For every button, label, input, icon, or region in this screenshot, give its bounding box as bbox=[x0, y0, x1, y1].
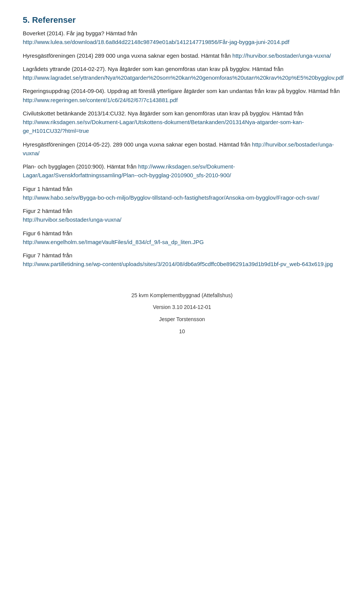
fig6-label: Figur 6 hämtad från bbox=[23, 230, 72, 236]
reference-2: Hyresgästföreningen (2014) 289 000 unga … bbox=[23, 51, 341, 60]
footer: 25 kvm Komplementbyggnad (Attefallshus) … bbox=[23, 292, 341, 336]
reference-1: Boverket (2014). Får jag bygga? Hämtad f… bbox=[23, 29, 341, 47]
fig1-link[interactable]: http://www.habo.se/sv/Bygga-bo-och-miljo… bbox=[23, 194, 319, 201]
fig7-label: Figur 7 hämtad från bbox=[23, 252, 72, 258]
footer-line3: Jesper Torstensson bbox=[23, 315, 341, 324]
figure-2-ref: Figur 2 hämtad från http://hurvibor.se/b… bbox=[23, 206, 341, 224]
fig1-label: Figur 1 hämtad från bbox=[23, 186, 72, 192]
section-number: 5. bbox=[23, 15, 30, 25]
ref3-link[interactable]: http://www.lagradet.se/yttranden/Nya%20a… bbox=[23, 74, 344, 81]
ref1-text-before: Boverket (2014). Får jag bygga? Hämtad f… bbox=[23, 30, 137, 36]
ref4-text-before: Regeringsuppdrag (2014-09-04). Uppdrag a… bbox=[23, 88, 340, 94]
references-section: Boverket (2014). Får jag bygga? Hämtad f… bbox=[23, 29, 341, 180]
ref5-link[interactable]: http://www.riksdagen.se/sv/Dokument-Laga… bbox=[23, 119, 304, 134]
ref7-text-before: Plan- och bygglagen (2010:900). Hämtat f… bbox=[23, 163, 138, 170]
ref4-link[interactable]: http://www.regeringen.se/content/1/c6/24… bbox=[23, 97, 178, 103]
figures-section: Figur 1 hämtad från http://www.habo.se/s… bbox=[23, 184, 341, 269]
reference-4: Regeringsuppdrag (2014-09-04). Uppdrag a… bbox=[23, 87, 341, 104]
figure-7-ref: Figur 7 hämtad från http://www.partillet… bbox=[23, 251, 341, 269]
footer-line1: 25 kvm Komplementbyggnad (Attefallshus) bbox=[23, 292, 341, 300]
figure-1-ref: Figur 1 hämtad från http://www.habo.se/s… bbox=[23, 184, 341, 202]
fig2-label: Figur 2 hämtad från bbox=[23, 208, 72, 214]
fig2-link[interactable]: http://hurvibor.se/bostader/unga-vuxna/ bbox=[23, 216, 121, 223]
page-number: 10 bbox=[23, 328, 341, 336]
ref3-text-before: Lagrådets yttrande (2014-02-27). Nya åtg… bbox=[23, 66, 284, 72]
fig6-link[interactable]: http://www.engelholm.se/ImageVaultFiles/… bbox=[23, 239, 204, 245]
reference-7: Plan- och bygglagen (2010:900). Hämtat f… bbox=[23, 162, 341, 180]
ref5-text-before: Civilutskottet betänkande 2013/14:CU32. … bbox=[23, 110, 303, 117]
reference-6: Hyresgästföreningen (2014-05-22). 289 00… bbox=[23, 140, 341, 158]
footer-line2: Version 3.10 2014-12-01 bbox=[23, 303, 341, 312]
section-heading: 5. Referenser bbox=[23, 15, 341, 25]
fig7-link[interactable]: http://www.partilletidning.se/wp-content… bbox=[23, 261, 333, 267]
figure-6-ref: Figur 6 hämtad från http://www.engelholm… bbox=[23, 229, 341, 247]
ref2-text-before: Hyresgästföreningen (2014) 289 000 unga … bbox=[23, 52, 232, 59]
section-title: Referenser bbox=[32, 15, 75, 25]
ref1-link[interactable]: http://www.lulea.se/download/18.6a8d4d22… bbox=[23, 39, 289, 45]
reference-3: Lagrådets yttrande (2014-02-27). Nya åtg… bbox=[23, 65, 341, 82]
ref2-link[interactable]: http://hurvibor.se/bostader/unga-vuxna/ bbox=[232, 52, 331, 59]
reference-5: Civilutskottet betänkande 2013/14:CU32. … bbox=[23, 109, 341, 136]
ref6-text-before: Hyresgästföreningen (2014-05-22). 289 00… bbox=[23, 141, 252, 148]
